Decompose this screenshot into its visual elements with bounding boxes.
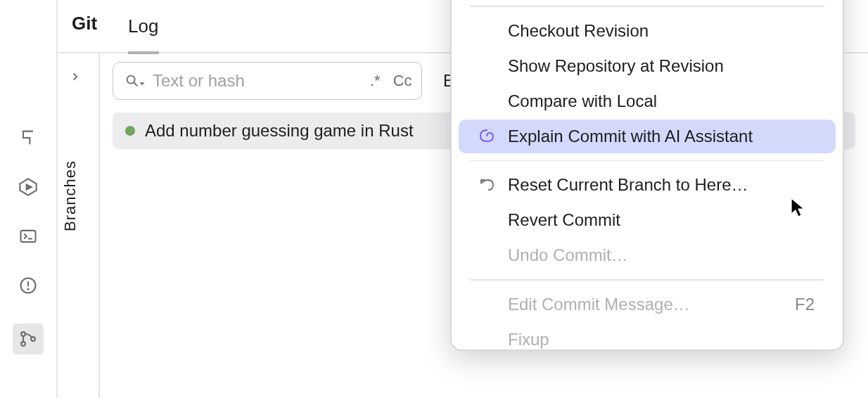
build-icon[interactable] (17, 127, 39, 149)
svg-point-7 (31, 337, 35, 341)
menu-explain-with-ai[interactable]: Explain Commit with AI Assistant (459, 120, 836, 153)
expand-branches-icon[interactable] (69, 69, 82, 87)
search-icon (125, 73, 146, 89)
search-options: .* Cc (370, 72, 412, 90)
menu-undo-commit: Undo Commit… (459, 238, 836, 272)
svg-point-8 (127, 76, 135, 84)
menu-divider (470, 160, 824, 162)
branches-label[interactable]: Branches (61, 160, 79, 231)
svg-point-6 (21, 342, 25, 346)
ai-spiral-icon (477, 127, 497, 146)
case-toggle[interactable]: Cc (393, 72, 412, 90)
svg-rect-2 (21, 231, 36, 242)
search-input[interactable] (153, 71, 363, 91)
undo-icon (477, 175, 497, 195)
menu-fixup: Fixup (459, 323, 836, 351)
menu-show-repo-at-revision[interactable]: Show Repository at Revision (459, 49, 836, 83)
search-box[interactable]: .* Cc (113, 62, 422, 100)
svg-point-4 (27, 289, 28, 290)
run-icon[interactable] (17, 176, 39, 198)
menu-divider (470, 6, 824, 7)
problems-icon[interactable] (17, 274, 39, 297)
tab-log[interactable]: Log (128, 15, 158, 54)
menu-divider (470, 279, 824, 281)
commit-message: Add number guessing game in Rust (145, 121, 414, 141)
menu-checkout-revision[interactable]: Checkout Revision (459, 14, 836, 48)
tool-rail (0, 0, 58, 398)
git-icon[interactable] (13, 323, 44, 354)
branches-panel-collapsed: Branches (58, 53, 100, 398)
branch-head-dot-icon (125, 126, 135, 136)
terminal-icon[interactable] (17, 225, 39, 248)
svg-marker-1 (27, 185, 32, 190)
commit-context-menu: Create Patch… Cherry-Pick Checkout Revis… (450, 0, 844, 351)
menu-revert-commit[interactable]: Revert Commit (459, 203, 836, 237)
svg-marker-9 (140, 82, 145, 85)
shortcut: F2 (795, 295, 815, 314)
svg-point-5 (21, 332, 25, 336)
menu-compare-with-local[interactable]: Compare with Local (459, 84, 836, 118)
menu-reset-branch[interactable]: Reset Current Branch to Here… (459, 168, 836, 202)
tab-git[interactable]: Git (72, 13, 97, 40)
regex-toggle[interactable]: .* (370, 72, 381, 90)
menu-edit-commit-message: Edit Commit Message… F2 (459, 288, 836, 321)
